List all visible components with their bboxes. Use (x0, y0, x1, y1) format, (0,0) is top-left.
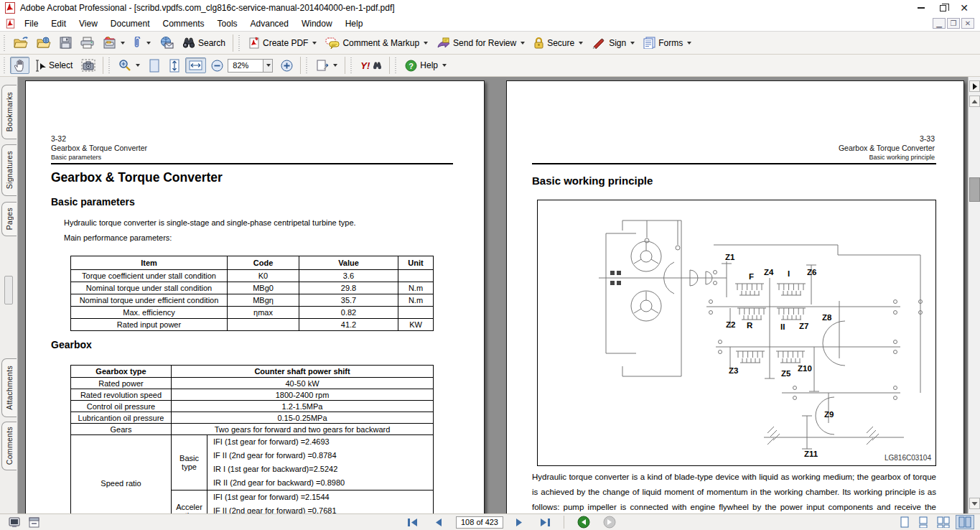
body-paragraph: Main performance parameters: (64, 233, 172, 242)
fit-height-button[interactable] (165, 57, 184, 75)
page-indicator-input[interactable]: 108 of 423 (456, 516, 503, 529)
small-binoculars-icon (373, 62, 382, 70)
menu-advanced[interactable]: Advanced (244, 17, 295, 30)
toolbar-grip[interactable] (306, 57, 309, 73)
comment-bubbles-icon (325, 37, 340, 49)
scroll-thumb[interactable] (969, 177, 980, 202)
menu-file[interactable]: File (18, 17, 45, 30)
prev-page-button[interactable] (431, 516, 446, 529)
fit-page-icon (149, 59, 160, 73)
tab-attachments[interactable]: Attachments (1, 358, 17, 417)
zoom-level-combobox[interactable]: 82% (228, 59, 263, 73)
zoom-out-button[interactable] (207, 57, 227, 74)
attach-button[interactable] (130, 34, 154, 52)
view-forward-button[interactable] (600, 514, 619, 530)
menu-help[interactable]: Help (339, 17, 370, 30)
tab-bookmarks[interactable]: Bookmarks (1, 85, 17, 139)
layout-two-up-button[interactable] (956, 515, 974, 529)
forms-button[interactable]: Forms (640, 34, 695, 51)
schematic-drawing: Z1 F Z4 I Z6 Z2 R II Z7 Z8 Z3 Z5 Z10 Z9 (538, 200, 935, 465)
document-area[interactable]: 3-32 Gearbox & Torque Converter Basic pa… (18, 77, 968, 513)
doc-close-button[interactable]: ✕ (961, 18, 974, 29)
table-row: Rated revolution speed1800-2400 rpm (71, 389, 434, 401)
open-button[interactable] (10, 34, 32, 51)
dropdown-arrow-icon (630, 42, 635, 45)
help-button[interactable]: ?Help (401, 57, 450, 74)
doc-restore-button[interactable]: ❐ (947, 18, 960, 29)
menu-view[interactable]: View (73, 17, 104, 30)
select-tool-button[interactable]: Select (31, 57, 76, 74)
toolbar-grip[interactable] (350, 57, 354, 73)
window-minimize-button[interactable] (915, 3, 927, 13)
gear-label: Z9 (824, 410, 834, 419)
toolbar-grip[interactable] (395, 57, 398, 73)
last-page-button[interactable] (536, 516, 554, 529)
performance-parameters-table: Item Code Value Unit Torque coefficient … (70, 256, 434, 331)
window-restore-button[interactable] (937, 3, 948, 13)
toolbar-grip[interactable] (4, 57, 7, 73)
dropdown-arrow-icon (312, 42, 317, 45)
toolbar-grip[interactable] (108, 57, 112, 73)
dropdown-arrow-icon (579, 42, 583, 45)
layout-continuous-button[interactable] (915, 515, 931, 529)
dropdown-arrow-icon (121, 42, 125, 45)
toolbar-grip[interactable] (4, 35, 7, 51)
scroll-up-button[interactable] (969, 96, 980, 107)
status-window-button[interactable] (26, 516, 42, 529)
open-web-button[interactable] (33, 34, 55, 51)
secure-button[interactable]: Secure (530, 34, 587, 51)
pane-grip[interactable] (4, 276, 13, 304)
send-for-review-button[interactable]: Send for Review (433, 35, 528, 51)
snapshot-tool-button[interactable] (78, 57, 99, 74)
page-title: Basic working principle (532, 175, 653, 187)
fit-width-button[interactable] (185, 57, 206, 73)
save-button[interactable] (56, 34, 75, 51)
organizer-button[interactable] (99, 34, 129, 51)
create-pdf-button[interactable]: Create PDF (245, 34, 320, 51)
menu-window[interactable]: Window (295, 17, 339, 30)
layout-facing-button[interactable] (934, 515, 953, 529)
zoom-level-dropdown-button[interactable] (263, 59, 273, 73)
view-back-button[interactable] (574, 514, 593, 530)
table-row: Nominal torque under efficient condition… (71, 294, 434, 307)
search-button[interactable]: Search (179, 35, 229, 50)
toolbar-grip[interactable] (238, 35, 242, 51)
tab-comments[interactable]: Comments (1, 422, 17, 470)
pane-toggle-button[interactable] (969, 80, 980, 92)
menu-tools[interactable]: Tools (211, 17, 244, 30)
layout-single-button[interactable] (897, 515, 913, 529)
next-page-button[interactable] (512, 516, 526, 529)
status-monitor-button[interactable] (6, 516, 23, 529)
vertical-scrollbar[interactable] (968, 77, 980, 513)
hand-tool-button[interactable] (10, 57, 29, 74)
scroll-down-button[interactable] (969, 498, 980, 509)
zoom-tool-button[interactable] (115, 57, 144, 74)
table-row: Lubricantion oil pressure0.15-0.25MPa (71, 412, 434, 424)
open-folder-icon (14, 37, 28, 49)
header-chapter: Gearbox & Torque Converter (51, 144, 147, 153)
zoom-in-button[interactable] (277, 57, 297, 74)
doc-minimize-button[interactable]: ▁ (933, 18, 946, 29)
window-close-button[interactable]: ✕ (958, 3, 970, 13)
dropdown-arrow-icon (136, 64, 140, 67)
page-3-33: 3-33 Gearbox & Torque Converter Basic wo… (506, 80, 964, 513)
tab-signatures[interactable]: Signatures (1, 144, 17, 196)
header-page-number: 3-32 (51, 134, 147, 144)
sign-button[interactable]: Sign (588, 35, 638, 51)
fit-page-button[interactable] (145, 57, 164, 75)
menu-comments[interactable]: Comments (157, 17, 211, 30)
page-setup-button[interactable] (312, 57, 341, 74)
dropdown-arrow-icon (424, 42, 428, 45)
email-button[interactable] (156, 34, 177, 51)
menu-edit[interactable]: Edit (45, 17, 73, 30)
menu-document[interactable]: Document (104, 17, 157, 30)
tab-pages[interactable]: Pages (1, 202, 17, 236)
fit-height-icon (169, 59, 180, 73)
gearbox-heading: Gearbox (51, 339, 92, 350)
comment-markup-button[interactable]: Comment & Markup (322, 35, 431, 51)
table-header-row: Gearbox type Counter shaft power shift (71, 366, 434, 378)
print-button[interactable] (77, 34, 98, 51)
first-page-button[interactable] (404, 516, 421, 529)
dropdown-arrow-icon (442, 64, 447, 67)
yahoo-search-button[interactable]: Y! (357, 58, 386, 73)
